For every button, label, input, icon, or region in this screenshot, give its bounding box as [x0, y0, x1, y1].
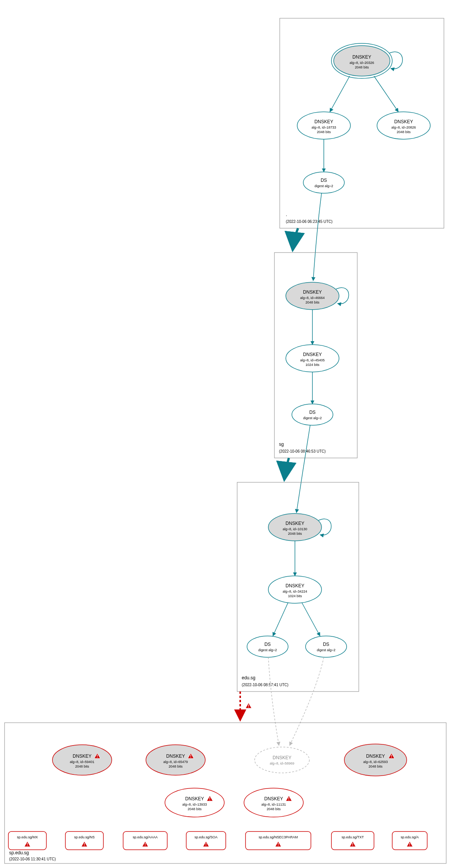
dnskey-bits: 2048 bits [288, 532, 302, 536]
dnskey-alg: alg=8, id=34224 [283, 590, 307, 593]
node-edu-ksk: DNSKEY alg=8, id=10130 2048 bits [268, 513, 322, 541]
node-root-ds: DS digest alg=2 [303, 172, 344, 193]
dnskey-label: DNSKEY [166, 754, 185, 759]
rr-label: sp.edu.sg/NSEC3PARAM [259, 835, 298, 839]
svg-rect-32 [246, 831, 311, 850]
ds-alg: digest alg=2 [317, 648, 336, 652]
rr-mx: sp.edu.sg/MX [8, 831, 46, 850]
zone-sg-name: sg [279, 442, 284, 447]
svg-rect-34 [392, 831, 427, 850]
rr-nsec3param: sp.edu.sg/NSEC3PARAM [246, 831, 311, 850]
dnskey-alg: alg=8, id=45405 [300, 358, 325, 362]
node-edu-zsk: DNSKEY alg=8, id=34224 1024 bits [268, 576, 322, 603]
svg-text:DNSKEY: DNSKEY [366, 754, 385, 759]
dnskey-bits: 2048 bits [188, 807, 202, 811]
rr-soa: sp.edu.sg/SOA [186, 831, 226, 850]
dnskey-label: DNSKEY [303, 289, 322, 295]
node-sp-k5: DNSKEY alg=8, id=13933 2048 bits [165, 788, 224, 817]
zone-sg: DNSKEY alg=8, id=46664 2048 bits DNSKEY … [274, 253, 357, 458]
dnskey-alg: alg=8, id=59401 [70, 760, 95, 764]
rr-txt: sp.edu.sg/TXT [331, 831, 374, 850]
zone-edu-sg: DNSKEY alg=8, id=10130 2048 bits DNSKEY … [237, 482, 359, 692]
rr-label: sp.edu.sg/NS [74, 835, 95, 839]
dnskey-label: DNSKEY [185, 796, 204, 801]
node-sp-k3: DNSKEY alg=8, id=58969 [255, 747, 309, 773]
warning-icon [350, 841, 356, 847]
ds-label: DS [321, 178, 327, 183]
zone-edu-time: (2022-10-06 08:57:41 UTC) [242, 683, 288, 687]
dnskey-alg: alg=8, id=10130 [283, 527, 307, 531]
node-root-zsk2: DNSKEY alg=8, id=20826 2048 bits [377, 112, 430, 139]
svg-rect-29 [65, 831, 103, 850]
svg-text:DNSKEY: DNSKEY [185, 796, 204, 801]
node-sg-ksk: DNSKEY alg=8, id=46664 2048 bits [286, 282, 339, 310]
warning-icon [142, 841, 148, 847]
node-root-ksk: DNSKEY alg=8, id=20326 2048 bits [331, 43, 392, 78]
zone-edu-name: edu.sg [242, 675, 255, 680]
rr-label: sp.edu.sg/TXT [342, 835, 364, 839]
dnskey-bits: 2048 bits [317, 130, 331, 134]
rr-label: sp.edu.sg/AAAA [133, 835, 158, 839]
zone-sp-time: (2022-10-06 11:30:41 UTC) [9, 857, 56, 861]
dnskey-bits: 2048 bits [169, 765, 183, 768]
zone-root-name: . [286, 212, 287, 217]
rr-label: sp.edu.sg/SOA [195, 835, 218, 839]
dnskey-alg: alg=8, id=46664 [300, 296, 325, 300]
dnskey-bits: 1024 bits [288, 594, 302, 598]
dnskey-label: DNSKEY [264, 796, 283, 801]
node-sg-ds: DS digest alg=2 [292, 404, 333, 425]
zone-sp-edu-sg: DNSKEY alg=8, id=59401 2048 bits DNSKEY … [5, 723, 446, 863]
warning-icon [246, 703, 252, 708]
rr-a: sp.edu.sg/A [392, 831, 427, 850]
node-edu-ds2: DS digest alg=2 [306, 636, 347, 657]
ds-label: DS [309, 410, 316, 415]
dnskey-label: DNSKEY [285, 521, 304, 526]
dnskey-bits: 1024 bits [306, 363, 320, 367]
warning-icon [407, 841, 413, 847]
warning-icon [81, 841, 87, 847]
warning-icon [275, 841, 281, 847]
svg-text:DNSKEY: DNSKEY [73, 754, 91, 759]
rr-label: sp.edu.sg/A [401, 835, 419, 839]
svg-rect-16 [5, 723, 446, 863]
node-sp-k6: DNSKEY alg=8, id=11131 2048 bits [244, 788, 303, 817]
dnskey-bits: 2048 bits [306, 300, 320, 304]
dnskey-bits: 2048 bits [355, 65, 369, 69]
dnskey-bits: 2048 bits [369, 765, 383, 768]
zone-root-time: (2022-10-06 06:23:45 UTC) [286, 219, 333, 224]
dnskey-alg: alg=8, id=62593 [363, 760, 388, 764]
svg-rect-33 [331, 831, 374, 850]
node-sp-k1: DNSKEY alg=8, id=59401 2048 bits [52, 745, 112, 775]
rr-ns: sp.edu.sg/NS [65, 831, 103, 850]
dnskey-alg: alg=8, id=11131 [261, 803, 286, 806]
svg-rect-31 [186, 831, 226, 850]
dnskey-bits: 2048 bits [75, 765, 89, 768]
ds-label: DS [265, 642, 271, 647]
dnskey-alg: alg=8, id=58969 [270, 761, 295, 765]
dnskey-bits: 2048 bits [267, 807, 281, 811]
dnskey-label: DNSKEY [285, 583, 304, 588]
svg-text:DNSKEY: DNSKEY [166, 754, 185, 759]
svg-rect-30 [123, 831, 167, 850]
dnskey-label: DNSKEY [394, 119, 413, 124]
dnskey-bits: 2048 bits [397, 130, 411, 134]
dnskey-alg: alg=8, id=65479 [163, 760, 188, 764]
zone-sp-name: sp.edu.sg [9, 850, 29, 855]
dnskey-alg: alg=8, id=20826 [391, 126, 416, 129]
warning-icon [203, 841, 209, 847]
svg-text:DNSKEY: DNSKEY [264, 796, 283, 801]
dnskey-label: DNSKEY [73, 754, 91, 759]
node-sg-zsk: DNSKEY alg=8, id=45405 1024 bits [286, 345, 339, 372]
zone-sg-time: (2022-10-06 08:46:53 UTC) [279, 449, 326, 453]
dnskey-label: DNSKEY [352, 54, 371, 60]
dnskey-alg: alg=8, id=20326 [350, 61, 374, 65]
node-root-zsk1: DNSKEY alg=8, id=18733 2048 bits [297, 112, 350, 139]
dnskey-label: DNSKEY [314, 119, 333, 124]
ds-label: DS [323, 642, 330, 647]
node-edu-ds1: DS digest alg=2 [247, 636, 288, 657]
warning-icon [24, 841, 30, 847]
rr-label: sp.edu.sg/MX [17, 835, 38, 839]
ds-alg: digest alg=2 [258, 648, 277, 652]
zone-root: DNSKEY alg=8, id=20326 2048 bits DNSKEY … [280, 18, 444, 228]
ds-alg: digest alg=2 [315, 184, 333, 188]
